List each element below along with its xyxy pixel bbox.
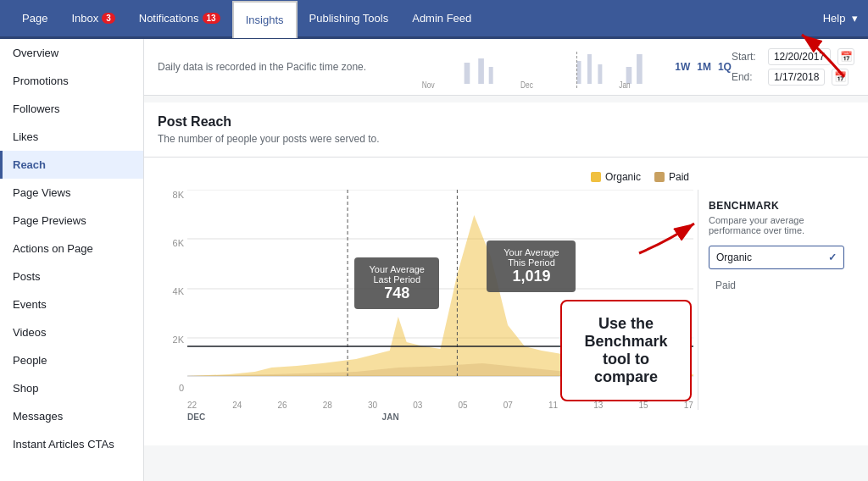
- sidebar-item-events[interactable]: Events: [0, 290, 143, 318]
- nav-notifications[interactable]: Notifications 13: [127, 0, 232, 38]
- main-content: Daily data is recorded in the Pacific ti…: [144, 39, 868, 481]
- sidebar-item-shop[interactable]: Shop: [0, 374, 143, 402]
- svg-rect-3: [577, 61, 581, 84]
- svg-rect-7: [637, 54, 643, 84]
- nav-inbox[interactable]: Inbox 3: [59, 0, 126, 38]
- section-subtitle: The number of people your posts were ser…: [158, 133, 854, 145]
- benchmark-organic-select[interactable]: Organic ✓: [709, 246, 844, 269]
- annotation-box: Use the Benchmark tool to compare: [560, 300, 692, 401]
- sidebar-item-promotions[interactable]: Promotions: [0, 67, 143, 95]
- svg-text:Nov: Nov: [422, 80, 435, 88]
- chart-container: Organic Paid 8K 6K 4K 2K 0: [144, 158, 868, 445]
- check-icon: ✓: [828, 252, 837, 263]
- x-axis-labels: 22 24 26 28 30 03 05 07 11 13 15 17: [187, 401, 693, 410]
- nav-adminfeed[interactable]: Admin Feed: [400, 0, 483, 38]
- svg-rect-0: [465, 63, 470, 84]
- period-1w[interactable]: 1W: [675, 61, 690, 73]
- red-arrow-date: [793, 39, 861, 81]
- sidebar-item-messages[interactable]: Messages: [0, 402, 143, 430]
- nav-insights[interactable]: Insights: [232, 1, 298, 38]
- section-header: Post Reach The number of people your pos…: [144, 102, 868, 158]
- main-layout: Overview Promotions Followers Likes Reac…: [0, 39, 868, 481]
- sidebar-item-likes[interactable]: Likes: [0, 123, 143, 151]
- svg-text:Dec: Dec: [520, 80, 533, 88]
- sidebar-item-people[interactable]: People: [0, 346, 143, 374]
- start-label: Start:: [732, 51, 761, 63]
- legend-paid: Paid: [654, 171, 689, 183]
- red-arrow-benchmark: [635, 215, 703, 257]
- date-bar: Daily data is recorded in the Pacific ti…: [144, 39, 868, 96]
- section-title: Post Reach: [158, 114, 854, 130]
- month-labels: DEC JAN: [187, 412, 693, 422]
- sidebar-item-followers[interactable]: Followers: [0, 95, 143, 123]
- sidebar-item-posts[interactable]: Posts: [0, 263, 143, 290]
- benchmark-title: BENCHMARK: [709, 200, 844, 212]
- notifications-badge: 13: [203, 13, 220, 24]
- nav-publishing[interactable]: Publishing Tools: [298, 0, 401, 38]
- svg-rect-1: [478, 58, 484, 84]
- svg-rect-4: [587, 54, 592, 84]
- date-bar-note: Daily data is recorded in the Pacific ti…: [158, 61, 366, 73]
- benchmark-paid-option[interactable]: Paid: [709, 274, 844, 296]
- svg-rect-2: [489, 67, 493, 84]
- legend-paid-dot: [654, 172, 665, 182]
- period-1q[interactable]: 1Q: [718, 61, 732, 73]
- y-axis: 8K 6K 4K 2K 0: [158, 190, 187, 393]
- benchmark-panel: BENCHMARK Compare your average performan…: [698, 190, 854, 410]
- end-label: End:: [732, 71, 761, 83]
- sidebar-item-pagepreviews[interactable]: Page Previews: [0, 207, 143, 235]
- legend-paid-label: Paid: [669, 171, 689, 183]
- chart-svg-wrapper: 8K 6K 4K 2K 0: [158, 190, 854, 410]
- top-navigation: Page Inbox 3 Notifications 13 Insights P…: [0, 0, 868, 39]
- inbox-badge: 3: [102, 13, 115, 24]
- legend-organic: Organic: [591, 171, 641, 183]
- svg-rect-5: [598, 64, 603, 84]
- nav-items: Page Inbox 3 Notifications 13 Insights P…: [10, 0, 820, 38]
- sidebar-item-reach[interactable]: Reach: [0, 151, 143, 179]
- svg-text:Jan: Jan: [619, 80, 630, 88]
- nav-page[interactable]: Page: [10, 0, 59, 38]
- sidebar-item-videos[interactable]: Videos: [0, 318, 143, 346]
- legend-organic-label: Organic: [605, 171, 641, 183]
- date-bar-periods: 1W 1M 1Q: [675, 61, 732, 73]
- sidebar-item-overview[interactable]: Overview: [0, 39, 143, 67]
- benchmark-desc: Compare your average performance over ti…: [709, 215, 844, 235]
- period-1m[interactable]: 1M: [697, 61, 711, 73]
- mini-chart: Nov Dec Jan: [380, 46, 661, 88]
- help-menu[interactable]: Help ▾: [820, 12, 858, 25]
- chart-legend: Organic Paid: [158, 171, 689, 183]
- sidebar-item-instant[interactable]: Instant Articles CTAs: [0, 430, 143, 458]
- sidebar: Overview Promotions Followers Likes Reac…: [0, 39, 144, 481]
- legend-organic-dot: [591, 172, 601, 182]
- sidebar-item-actionsonpage[interactable]: Actions on Page: [0, 235, 143, 263]
- sidebar-item-pageviews[interactable]: Page Views: [0, 179, 143, 207]
